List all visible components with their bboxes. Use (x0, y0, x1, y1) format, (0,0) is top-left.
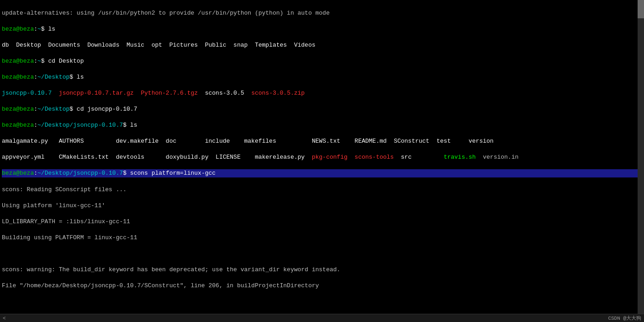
terminal-line: db Desktop Documents Downloads Music opt… (2, 41, 642, 49)
statusbar-left: < (3, 316, 6, 321)
terminal-line: File "/home/beza/Desktop/jsoncpp-0.10.7/… (2, 282, 642, 290)
scrollbar-thumb[interactable] (638, 0, 644, 18)
terminal-line: beza@beza:~/Desktop/jsoncpp-0.10.7$ ls (2, 121, 642, 129)
terminal-line: beza@beza:~/Desktop$ ls (2, 73, 642, 81)
terminal-line: jsoncpp-0.10.7 jsoncpp-0.10.7.tar.gz Pyt… (2, 89, 642, 97)
terminal-line-selected: beza@beza:~/Desktop/jsoncpp-0.10.7$ scon… (2, 169, 642, 177)
terminal-line: beza@beza:~/Desktop$ cd jsoncpp-0.10.7 (2, 105, 642, 113)
terminal-line: scons: Reading SConscript files ... (2, 186, 642, 194)
terminal-line: amalgamate.py AUTHORS dev.makefile doc i… (2, 137, 642, 145)
terminal-line (2, 250, 642, 258)
terminal-line: beza@beza:~$ cd Desktop (2, 57, 642, 65)
terminal-line: Building using PLATFORM = linux-gcc-11 (2, 234, 642, 242)
terminal-line: Using platform 'linux-gcc-11' (2, 202, 642, 210)
terminal-output: update-alternatives: using /usr/bin/pyth… (0, 0, 644, 314)
terminal-line: update-alternatives: using /usr/bin/pyth… (2, 9, 642, 17)
scrollbar-track[interactable] (638, 0, 644, 314)
statusbar-right: CSDN @大大狗 (608, 315, 641, 322)
terminal-line: beza@beza:~$ ls (2, 25, 642, 33)
terminal-line: LD_LIBRARY_PATH = :libs/linux-gcc-11 (2, 218, 642, 226)
terminal-window[interactable]: update-alternatives: using /usr/bin/pyth… (0, 0, 644, 314)
terminal-line (2, 298, 642, 306)
statusbar: < CSDN @大大狗 (0, 314, 644, 322)
terminal-line: appveyor.yml CMakeLists.txt devtools dox… (2, 153, 642, 161)
terminal-line: scons: warning: The build_dir keyword ha… (2, 266, 642, 274)
